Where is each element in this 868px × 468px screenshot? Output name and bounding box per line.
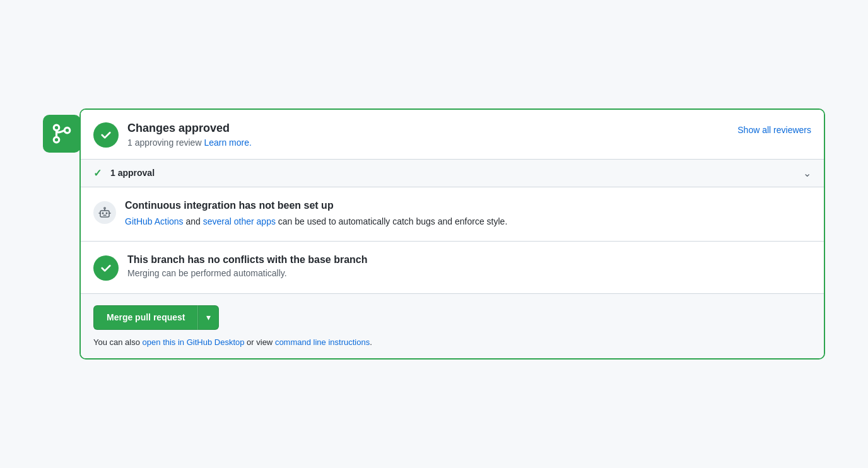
learn-more-link[interactable]: Learn more.	[204, 137, 251, 148]
merge-pull-request-button[interactable]: Merge pull request	[93, 305, 198, 331]
merge-info: You can also open this in GitHub Desktop…	[93, 337, 811, 347]
ci-description: GitHub Actions and several other apps ca…	[125, 215, 507, 228]
section-approval: ✓ 1 approval ⌄	[81, 159, 824, 187]
svg-rect-7	[103, 214, 107, 216]
svg-point-9	[104, 208, 105, 209]
section-ci: Continuous integration has not been set …	[81, 187, 824, 241]
ci-text-block: Continuous integration has not been set …	[125, 200, 507, 228]
approval-label: 1 approval	[110, 168, 155, 178]
no-conflicts-subtitle: Merging can be performed automatically.	[127, 268, 368, 278]
no-conflicts-check-icon	[93, 255, 119, 281]
approved-subtitle-prefix: 1 approving review	[127, 137, 204, 148]
command-line-instructions-link[interactable]: command line instructions	[275, 337, 370, 347]
svg-point-5	[102, 212, 104, 214]
approved-left: Changes approved 1 approving review Lear…	[93, 121, 252, 148]
svg-point-0	[54, 125, 59, 131]
svg-point-6	[106, 212, 108, 214]
approved-text-block: Changes approved 1 approving review Lear…	[127, 121, 252, 148]
svg-point-2	[64, 127, 70, 133]
svg-rect-4	[100, 211, 109, 217]
svg-point-1	[54, 137, 59, 143]
approved-title: Changes approved	[127, 121, 252, 136]
merge-info-suffix: .	[370, 337, 372, 347]
ci-robot-icon	[98, 206, 111, 219]
git-icon-box	[43, 115, 81, 153]
merge-info-middle: or view	[244, 337, 274, 347]
section-no-conflicts: This branch has no conflicts with the ba…	[81, 241, 824, 293]
ci-desc-middle: and	[184, 216, 203, 226]
approved-subtitle: 1 approving review Learn more.	[127, 137, 252, 148]
ci-title: Continuous integration has not been set …	[125, 200, 507, 211]
section-approved: Changes approved 1 approving review Lear…	[81, 110, 824, 159]
section-merge: Merge pull request ▾ You can also open t…	[81, 293, 824, 359]
pr-merge-panel: Changes approved 1 approving review Lear…	[43, 108, 825, 360]
approval-chevron-icon[interactable]: ⌄	[803, 167, 811, 179]
merge-dropdown-arrow-icon: ▾	[206, 312, 211, 324]
merge-info-prefix: You can also	[93, 337, 143, 347]
ci-icon-circle	[93, 201, 116, 224]
merge-button-group: Merge pull request ▾	[93, 305, 811, 331]
main-card: Changes approved 1 approving review Lear…	[79, 108, 825, 360]
approval-left: ✓ 1 approval	[93, 167, 155, 179]
show-all-reviewers-link[interactable]: Show all reviewers	[737, 125, 811, 135]
no-conflicts-checkmark-svg	[100, 262, 112, 274]
approval-check-icon: ✓	[93, 167, 102, 179]
approved-check-icon	[93, 122, 119, 148]
several-other-apps-link[interactable]: several other apps	[203, 216, 276, 226]
no-conflicts-text-block: This branch has no conflicts with the ba…	[127, 254, 368, 278]
git-merge-icon	[51, 123, 73, 144]
open-github-desktop-link[interactable]: open this in GitHub Desktop	[143, 337, 245, 347]
merge-dropdown-button[interactable]: ▾	[198, 305, 219, 331]
checkmark-svg	[100, 129, 112, 141]
no-conflicts-title: This branch has no conflicts with the ba…	[127, 254, 368, 266]
ci-desc-suffix: can be used to automatically catch bugs …	[276, 216, 507, 226]
github-actions-link[interactable]: GitHub Actions	[125, 216, 184, 226]
